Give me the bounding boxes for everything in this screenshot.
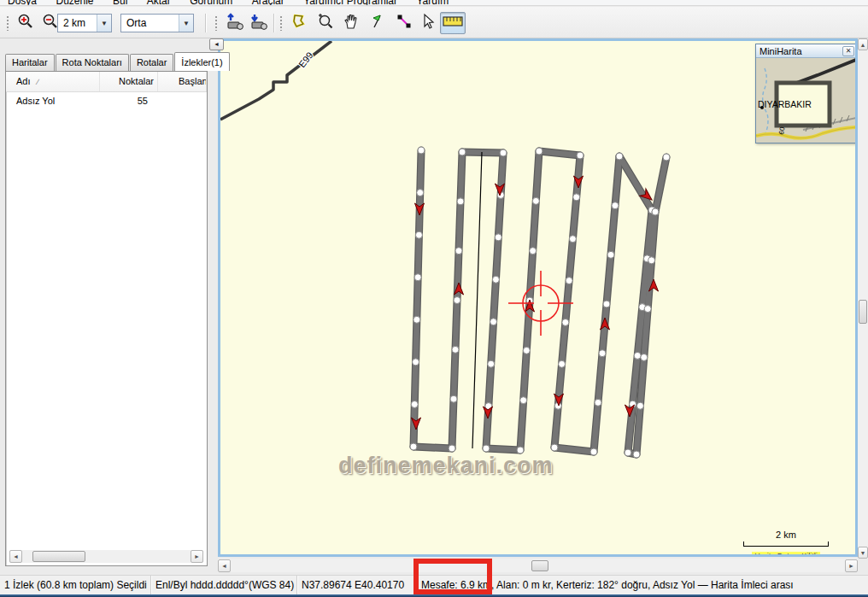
track-point [559, 360, 566, 367]
track-point [523, 347, 530, 354]
table-row[interactable]: Adsız Yol 55 [6, 92, 207, 110]
scroll-left-icon[interactable]: ◄ [9, 550, 22, 563]
scroll-right-icon[interactable]: ► [845, 559, 858, 572]
scroll-right-icon[interactable]: ► [191, 550, 203, 563]
track-point [413, 359, 419, 366]
flag-icon [369, 13, 386, 33]
column-header-start[interactable]: Başlangıç [158, 72, 207, 91]
status-bar: 1 İzlek (60.8 km toplam) Seçildi Enl/Byl… [0, 575, 868, 594]
toolbar-grip[interactable] [214, 15, 218, 31]
route-tool-button[interactable] [392, 12, 415, 34]
map-scale-bar: 2 km Harita Detayı Kilitli [743, 530, 829, 557]
track-point [566, 278, 572, 284]
toolbar-separator [273, 14, 274, 32]
pan-tool-button[interactable] [339, 12, 362, 34]
route-icon [396, 13, 413, 33]
send-to-device-icon [226, 13, 244, 33]
minimap-canvas[interactable]: DIYARBAKIR 60 [756, 58, 856, 143]
close-icon[interactable]: ✕ [842, 46, 854, 56]
zoom-out-icon [42, 13, 59, 33]
menu-yardimci-programlar[interactable]: Yardımcı Programlar [296, 0, 405, 6]
magnifier-plus-icon [317, 13, 334, 33]
scroll-down-icon[interactable]: ▼ [858, 547, 868, 559]
minimap-titlebar[interactable]: MiniHarita ✕ [756, 44, 856, 58]
track-segment [413, 447, 452, 448]
status-measure-info: Mesafe: 6.9 km, Alan: 0 m kr, Kerteriz: … [417, 576, 868, 594]
tab-rota-noktalari[interactable]: Rota Noktaları [56, 54, 129, 71]
track-point [633, 451, 640, 458]
track-point [634, 352, 641, 359]
track-point [577, 152, 584, 159]
track-points-cell[interactable]: 55 [100, 92, 158, 110]
menu-gorunum[interactable]: Görünüm [182, 0, 240, 6]
menu-duzenle[interactable]: Düzenle [48, 0, 101, 6]
track-point [459, 149, 466, 155]
distance-tool-button[interactable] [440, 12, 466, 34]
zoom-in-button[interactable] [14, 12, 37, 34]
track-point [641, 354, 648, 360]
chevron-down-icon[interactable]: ▼ [179, 15, 193, 32]
track-point [414, 274, 421, 281]
track-point [457, 198, 464, 205]
minimap-title-label: MiniHarita [760, 46, 802, 56]
column-header-points[interactable]: Noktalar [100, 72, 158, 91]
tab-izlekler[interactable]: İzlekler(1) [174, 52, 229, 71]
track-point [569, 236, 576, 243]
scrollbar-thumb[interactable] [859, 300, 867, 324]
menu-bul[interactable]: Bul [105, 0, 135, 6]
track-point [636, 402, 643, 409]
tracks-table: Adı∕ Noktalar Başlangıç Adsız Yol 55 ◄ ► [5, 71, 208, 566]
waypoint-tool-button[interactable] [366, 12, 389, 34]
menu-araclar[interactable]: Araçlar [244, 0, 292, 6]
map-vertical-scrollbar[interactable]: ▲ ▼ [858, 38, 868, 559]
track-point [612, 202, 619, 209]
toolbar-grip[interactable] [6, 15, 9, 31]
map-scale-combobox[interactable]: 2 km ▼ [57, 14, 112, 32]
minimap-window[interactable]: MiniHarita ✕ DIYARBAKIR 60 [755, 44, 857, 143]
receive-from-device-button[interactable] [247, 12, 270, 34]
menu-yardim[interactable]: Yardım [408, 0, 456, 6]
scroll-left-icon[interactable]: ◄ [218, 559, 231, 572]
map-canvas[interactable]: E99 definemekani.com 2 km Harita Detayı … [218, 38, 858, 557]
track-point [625, 449, 631, 456]
menu-dosya[interactable]: Dosya [0, 0, 44, 6]
selection-tool-button[interactable] [416, 12, 439, 34]
track-point [492, 276, 499, 283]
map-detail-combobox[interactable]: Orta ▼ [120, 14, 194, 32]
toolbar-separator [205, 14, 206, 32]
track-name-cell[interactable]: Adsız Yol [6, 92, 100, 110]
scroll-up-icon[interactable]: ▲ [858, 38, 868, 50]
map-detail-value: Orta [121, 17, 179, 29]
toolbar: 2 km ▼ Orta ▼ [0, 7, 868, 38]
track-point [644, 306, 651, 313]
send-to-device-button[interactable] [223, 12, 246, 34]
scrollbar-thumb[interactable] [531, 560, 548, 571]
track-point [573, 194, 580, 201]
track-segment [462, 152, 503, 153]
track-point [648, 257, 655, 264]
track-segment [619, 156, 652, 210]
tab-haritalar[interactable]: Haritalar [5, 54, 55, 71]
sidebar-collapse-button[interactable]: ◄ [209, 38, 224, 50]
track-point [454, 297, 460, 304]
menu-aktar[interactable]: Aktar [139, 0, 179, 6]
watermark: definemekani.com [338, 453, 554, 479]
receive-from-device-icon [249, 13, 268, 33]
track-point [595, 399, 601, 406]
track-point [536, 148, 542, 155]
tab-rotalar[interactable]: Rotalar [130, 54, 173, 71]
scrollbar-thumb[interactable] [32, 551, 85, 562]
toolbar-grip[interactable] [279, 15, 283, 31]
chevron-down-icon[interactable]: ▼ [97, 15, 111, 32]
track-point [488, 360, 495, 367]
track-point [490, 319, 497, 325]
map-polygon-icon [290, 13, 308, 33]
map-horizontal-scrollbar[interactable]: ◄ ► [218, 559, 858, 572]
map-select-tool-button[interactable] [287, 12, 310, 34]
table-header: Adı∕ Noktalar Başlangıç [6, 72, 207, 92]
zoom-tool-button[interactable] [314, 12, 337, 34]
column-header-name[interactable]: Adı∕ [6, 72, 100, 91]
track-point [495, 234, 501, 241]
table-horizontal-scrollbar[interactable]: ◄ ► [9, 550, 203, 563]
track-point [599, 350, 606, 357]
